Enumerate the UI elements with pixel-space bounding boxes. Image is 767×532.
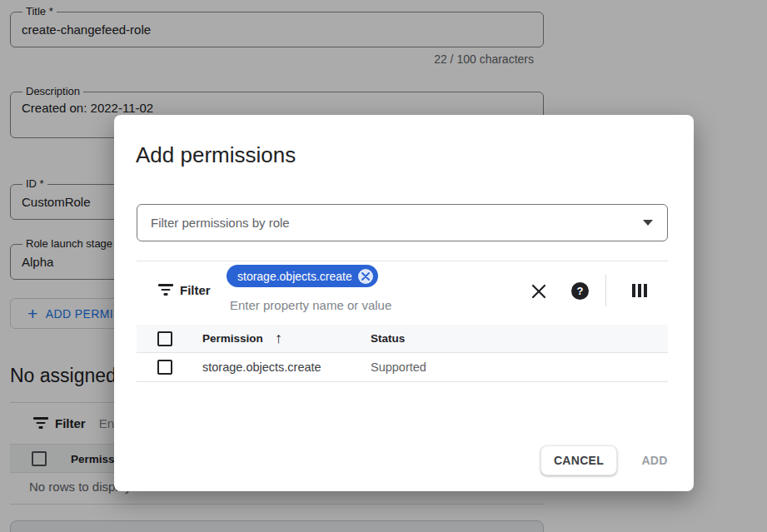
permission-column-header[interactable]: Permission	[202, 332, 263, 345]
filter-chip-storage-objects-create[interactable]: storage.objects.create	[227, 265, 378, 287]
add-permissions-dialog: Add permissions Filter permissions by ro…	[114, 115, 694, 491]
divider	[137, 261, 668, 261]
screen: Title * create-changefeed-role 22 / 100 …	[0, 0, 767, 532]
row-status-cell: Supported	[371, 360, 426, 374]
dialog-table-header: Permission ↑ Status	[137, 325, 668, 353]
filter-permissions-by-role-dropdown[interactable]: Filter permissions by role	[137, 204, 668, 241]
sort-ascending-icon[interactable]: ↑	[275, 330, 282, 347]
column-display-options-icon[interactable]	[632, 284, 647, 297]
clear-filters-button[interactable]	[527, 280, 550, 303]
help-icon[interactable]: ?	[571, 282, 589, 300]
add-button[interactable]: ADD	[631, 445, 678, 475]
status-column-header: Status	[371, 332, 405, 345]
cancel-button[interactable]: CANCEL	[540, 445, 617, 475]
select-all-checkbox[interactable]	[157, 331, 172, 346]
filter-permissions-by-role-value: Filter permissions by role	[151, 216, 290, 230]
close-icon	[531, 284, 546, 299]
dialog-title: Add permissions	[136, 142, 296, 168]
filter-input[interactable]: Enter property name or value	[230, 298, 391, 312]
row-checkbox[interactable]	[157, 360, 172, 375]
table-row[interactable]: storage.objects.create Supported	[137, 353, 668, 382]
chip-remove-icon[interactable]	[358, 269, 373, 284]
toolbar-divider	[605, 275, 606, 306]
filter-chip-label: storage.objects.create	[237, 270, 352, 283]
row-permission-cell: storage.objects.create	[202, 360, 321, 374]
filter-icon	[158, 284, 173, 296]
filter-label: Filter	[180, 283, 211, 297]
chevron-down-icon	[643, 220, 653, 226]
